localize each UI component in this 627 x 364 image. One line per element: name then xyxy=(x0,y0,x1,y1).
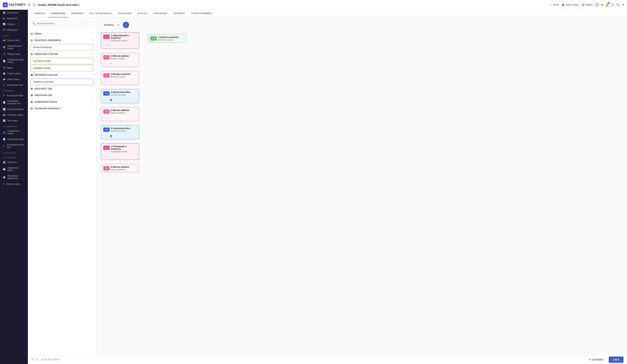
op-group-frezovani-cnc-header[interactable]: FRÉZOVÁNÍ CNC ⌃ xyxy=(28,92,97,98)
actions-button[interactable]: ▼ ACTIONS xyxy=(585,357,607,363)
sidebar-item-selling-price[interactable]: 🏷 Selling price lists xyxy=(0,82,28,88)
sidebar-item-framework-sales[interactable]: 📄 Framework sales orders xyxy=(0,57,28,65)
cooperation-section-label: COOPERATION xyxy=(0,124,28,128)
search-area: 🔍 xyxy=(28,18,97,29)
group-dot-others xyxy=(31,33,33,35)
node-name-4: 4 Zámečnická dílna xyxy=(111,91,137,93)
sidebar-item-purchase-orders[interactable]: 💳 Purchase orders xyxy=(0,112,28,118)
sidebar-item-text-orders[interactable]: 📃 Text orders xyxy=(0,118,28,124)
sidebar-item-deutsche-post[interactable]: 📦 Deutsche post orders xyxy=(0,43,28,51)
workflow-node-5[interactable]: TEC 5 Měrové oddělení Měrové oddělení ⚬ xyxy=(101,107,139,121)
attendance-statements-icon: 📋 xyxy=(3,176,5,179)
export-icon[interactable]: 📄 xyxy=(35,358,39,361)
tab-blocks[interactable]: BLOCKS xyxy=(135,10,151,17)
sidebar-item-sales-orders[interactable]: 💳 Sales orders xyxy=(0,76,28,82)
tab-general[interactable]: GENERAL xyxy=(31,10,49,17)
workflow-node-2[interactable]: TEC 2 Měrové oddělení Měrové oddělení 📄 xyxy=(101,53,139,67)
tab-goods-assembly[interactable]: GOODS ASSEMBLY xyxy=(188,10,215,17)
sidebar-item-project-orders[interactable]: 📋 Project orders xyxy=(0,71,28,76)
sidebar-item-cooperation-plan[interactable]: 📄 Cooperation plan xyxy=(0,136,28,142)
op-group-cad-cam-header[interactable]: PROGRAM. CAD/CAM ⌃ xyxy=(28,72,97,78)
group-dot-cad-cam xyxy=(31,74,33,76)
workflow-node-1[interactable]: KOO 1 Odpovlakování v kooperaci Kooperač… xyxy=(101,32,139,49)
sidebar-label: Business trips xyxy=(6,183,20,185)
workflow-node-side-1[interactable]: SOU 1 Hrotové soustruhy Hrotové soustruh… xyxy=(148,34,186,43)
sidebar-item-pallets[interactable]: ◥ Pallets xyxy=(0,65,28,71)
sidebar-item-delivery-bills[interactable]: 🚚 Delivery bills xyxy=(0,37,28,43)
notifications-icon[interactable]: 🔔 6 xyxy=(605,3,609,7)
tab-workflow[interactable]: WORKFLOW xyxy=(49,10,68,17)
tab-packaging[interactable]: PACKAGING xyxy=(115,10,135,17)
op-item-label: Vertikální vrtačky xyxy=(33,67,50,69)
search-icon[interactable]: 🔍 xyxy=(616,3,620,7)
sidebar-label: Text orders xyxy=(7,120,18,122)
sidebar-item-cooperation-orders[interactable]: 👥 Cooperation orders xyxy=(0,128,28,136)
messages-icon[interactable]: 💬 xyxy=(595,3,599,7)
daily-report-icon: 📅 xyxy=(3,11,5,14)
sidebar-item-dispatch-plan[interactable]: 📌 Dispatch plan xyxy=(0,51,28,57)
topbar-lang[interactable]: 🌐 English xyxy=(581,3,592,6)
app-name: FACTORIFY xyxy=(9,3,26,6)
node-icon-person: 👤 xyxy=(110,99,112,101)
dispatch-icon: 📌 xyxy=(3,53,5,55)
group-dot-technicka xyxy=(31,107,33,110)
sidebar-label: Framework sales orders xyxy=(7,58,25,63)
save-button[interactable]: SAVE xyxy=(609,357,624,363)
sidebar-item-workspace[interactable]: 🛠 Workspace xyxy=(0,27,28,33)
tab-drawings[interactable]: DRAWINGS xyxy=(68,10,87,17)
node-icon-settings: ⚙ xyxy=(110,62,112,65)
op-group-zamecnicke-header[interactable]: ZÁMEČNICKÉ PRÁCE ⌃ xyxy=(28,99,97,105)
topbar-icons: 💬 ⧉ 🔔 6 ⓘ 🔍 ➜ xyxy=(595,3,624,7)
business-trips-icon: ✈ xyxy=(3,183,5,185)
logout-icon[interactable]: ➜ xyxy=(622,3,624,7)
sidebar-item-reports[interactable]: 📊 Reports xyxy=(0,21,28,27)
tab-economy[interactable]: ECONOMY xyxy=(170,10,188,17)
sidebar-item-attendance-shifts[interactable]: 🕐 Attendance - shifts xyxy=(0,165,28,173)
search-input[interactable] xyxy=(31,20,94,26)
workflow-node-4[interactable]: ZÁM 4 Zámečnická dílna Zámečnická dílna … xyxy=(101,89,139,103)
sidebar-item-framework-purchase[interactable]: 📄 Framework purchase ord... xyxy=(0,98,28,106)
tab-processes[interactable]: PROCESSES xyxy=(151,10,170,17)
cooperation-orders-icon: 👥 xyxy=(3,131,5,134)
op-item-konv-frezky[interactable]: Konvenční frézky xyxy=(31,58,94,64)
sales-section-label: SALES xyxy=(0,33,28,37)
sidebar-item-business-trips[interactable]: ✈ Business trips xyxy=(0,181,28,187)
op-group-frezovani-header[interactable]: FRÉZOVÁNÍ A VRTÁNÍ ⌃ xyxy=(28,51,97,57)
sidebar-item-daily-report[interactable]: 📅 Daily report xyxy=(0,10,28,15)
sidebar-item-absences[interactable]: 📅 Absences xyxy=(0,159,28,165)
sidebar-item-attendance-statements[interactable]: 📋 Attendance statements xyxy=(0,173,28,181)
op-group-soust-cnc-header[interactable]: SOUSTRUŽ. CNC ⌃ xyxy=(28,86,97,92)
menu-toggle[interactable]: ☰ xyxy=(28,3,31,7)
sidebar-item-orders-prediction[interactable]: 📈 Orders prediction xyxy=(0,106,28,112)
workflow-node-8[interactable]: TEC 8 Měrové oddělení Měrové oddělení xyxy=(101,164,139,173)
grid-icon[interactable]: ⧉ xyxy=(601,3,603,7)
node-icon-file: 📄 xyxy=(103,99,106,101)
history-icon[interactable]: ↻ xyxy=(31,358,34,361)
sidebar-item-buying-price[interactable]: 🏷 Buying price lists xyxy=(0,92,28,98)
workflow-add-button[interactable]: + xyxy=(123,22,129,28)
op-item-hrotove[interactable]: Hrotové soustruhy xyxy=(31,44,94,50)
workflow-node-3[interactable]: BRO 3 Brusky na plocho Brusky na plocho … xyxy=(101,71,139,85)
topbar-time: ✓ 10:59 xyxy=(550,3,559,6)
sidebar-item-cooperation-price[interactable]: 🏷 Cooperation price lists xyxy=(0,142,28,150)
time-display: 10:59 xyxy=(553,3,559,6)
op-group-soust-konv-header[interactable]: SOUSTRUŽ. KONVENČNÍ ⌃ xyxy=(28,37,97,43)
op-item-vert-vrtacky[interactable]: Vertikální vrtačky xyxy=(31,65,94,71)
sidebar-label: Dashboard xyxy=(7,17,17,20)
tab-bom[interactable]: BILL OF MATERIALS xyxy=(87,10,115,17)
attendance-shifts-icon: 🕐 xyxy=(3,168,5,171)
node-name-2: 2 Měrové oddělení xyxy=(111,55,137,57)
workflow-node-6[interactable]: ZÁM 6 Zámečnická dílna Zámečnická dílna … xyxy=(101,125,139,139)
sidebar-item-dashboard[interactable]: ▣ Dashboard xyxy=(0,15,28,21)
content-area: GENERAL WORKFLOW DRAWINGS BILL OF MATERI… xyxy=(28,10,627,364)
framework-purchase-icon: 📄 xyxy=(3,101,5,104)
op-group-others-header[interactable]: Others ⌃ xyxy=(28,31,97,37)
op-item-cad-cam-oddeleni[interactable]: Oddělení CAD/CAM xyxy=(31,79,94,85)
workflow-select[interactable]: Workflow xyxy=(101,22,121,28)
check-icon: ✓ xyxy=(550,3,552,6)
help-icon[interactable]: ⓘ xyxy=(611,3,614,7)
workflow-node-7[interactable]: KOO 7 Povlakování v kooperaci Kooperační… xyxy=(101,143,139,160)
sidebar-label: Cooperation price lists xyxy=(7,143,25,148)
notification-badge: 6 xyxy=(608,2,610,4)
op-group-technicka-header[interactable]: TECHNICKÁ KONTROLA ⌃ xyxy=(28,106,97,112)
